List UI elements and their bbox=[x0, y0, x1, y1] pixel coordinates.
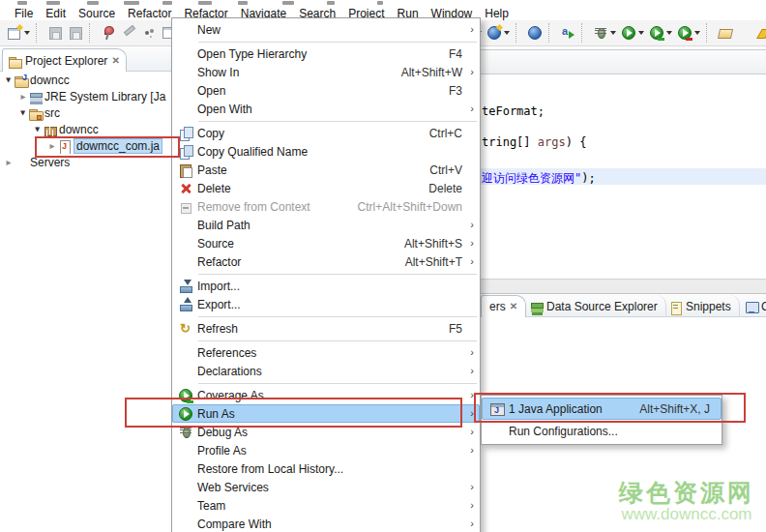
menu-item-remove-from-context[interactable]: Remove from ContextCtrl+Alt+Shift+Down bbox=[172, 197, 480, 216]
tree-item-label: downcc bbox=[59, 123, 99, 136]
menu-item-open[interactable]: OpenF3 bbox=[172, 81, 480, 100]
menu-item-shortcut: Alt+Shift+T bbox=[405, 255, 462, 269]
collapse-arrow-icon[interactable]: ▸ bbox=[33, 125, 43, 134]
menu-item-new[interactable]: New› bbox=[172, 20, 480, 39]
sparkle-icon-button[interactable] bbox=[140, 24, 158, 42]
coverage-red-icon-button[interactable] bbox=[676, 24, 701, 42]
code-token: teFormat; bbox=[482, 104, 545, 118]
menu-item-coverage-as[interactable]: Coverage As› bbox=[172, 386, 480, 404]
source-folder-icon bbox=[28, 106, 42, 120]
coverage-icon bbox=[649, 25, 664, 41]
run-icon-button[interactable] bbox=[620, 24, 645, 42]
menubar-item-edit-1[interactable]: Edit bbox=[45, 7, 66, 20]
menu-item-export-[interactable]: Export... bbox=[172, 295, 480, 313]
menu-item-show-in[interactable]: Show InAlt+Shift+W› bbox=[172, 63, 480, 81]
tree-item-label: downcc bbox=[30, 74, 70, 87]
collapse-arrow-icon[interactable]: ▸ bbox=[18, 108, 28, 118]
tree-item-servers[interactable]: ▸Servers bbox=[0, 154, 176, 170]
titlebar-sliver bbox=[0, 0, 766, 7]
tree-item-src[interactable]: ▸src bbox=[0, 104, 176, 121]
menu-item-paste[interactable]: PasteCtrl+V bbox=[172, 161, 480, 179]
submenu-item-run-configurations-[interactable]: Run Configurations... bbox=[482, 420, 722, 442]
titlebar-fragment bbox=[124, 1, 139, 5]
menu-item-shortcut: F3 bbox=[449, 84, 462, 98]
menu-item-restore-from-local-history-[interactable]: Restore from Local History... bbox=[172, 459, 480, 478]
menu-item-web-services[interactable]: Web Services› bbox=[172, 478, 480, 496]
menu-item-run-as[interactable]: Run As› bbox=[172, 404, 480, 423]
menu-item-references[interactable]: References› bbox=[172, 343, 480, 362]
menubar-item-source-2[interactable]: Source bbox=[78, 7, 115, 20]
menu-item-profile-as[interactable]: Profile As› bbox=[172, 441, 480, 459]
tab-data-source-explorer[interactable]: Data Source Explorer bbox=[521, 295, 666, 317]
submenu-arrow-icon: › bbox=[470, 346, 474, 358]
coverage-icon-button[interactable] bbox=[648, 24, 673, 42]
submenu-arrow-icon: › bbox=[470, 481, 474, 492]
code-token: 迎访问绿色资源网" bbox=[482, 171, 581, 185]
tree-item-dowmcc-com-ja[interactable]: ▸Jdowmcc_com.ja bbox=[0, 137, 176, 154]
save-icon bbox=[47, 25, 63, 41]
web-service-icon-button[interactable] bbox=[486, 24, 511, 42]
debug-flower-icon-button[interactable] bbox=[592, 24, 617, 42]
menu-item-source[interactable]: SourceAlt+Shift+S› bbox=[172, 234, 480, 252]
expand-arrow-icon[interactable]: ▸ bbox=[47, 141, 57, 151]
tab-snippets[interactable]: Snippets bbox=[661, 295, 740, 317]
lightning-icon-button[interactable] bbox=[757, 24, 766, 42]
menu-item-debug-as[interactable]: Debug As› bbox=[172, 423, 480, 441]
menu-item-refactor[interactable]: RefactorAlt+Shift+T› bbox=[172, 252, 480, 271]
collapse-arrow-icon[interactable]: ▸ bbox=[4, 75, 14, 85]
run-icon bbox=[621, 25, 636, 41]
pin-icon-button[interactable] bbox=[100, 24, 117, 42]
open-folder-icon bbox=[718, 25, 733, 41]
save-icon-button[interactable] bbox=[46, 24, 64, 42]
chevron-down-icon bbox=[694, 31, 700, 35]
project-explorer-tab-label: Project Explorer bbox=[25, 54, 107, 68]
pen-icon-button[interactable] bbox=[120, 24, 137, 42]
bottom-tab-label: ers bbox=[489, 300, 506, 313]
menu-item-build-path[interactable]: Build Path› bbox=[172, 216, 480, 234]
expand-arrow-icon[interactable]: ▸ bbox=[4, 158, 14, 167]
menu-item-compare-with[interactable]: Compare With› bbox=[172, 515, 480, 532]
letters-icon-button[interactable] bbox=[559, 24, 576, 42]
new-wizard-icon-button[interactable] bbox=[6, 24, 31, 42]
menu-item-open-with[interactable]: Open With› bbox=[172, 100, 480, 118]
tab-cons[interactable]: Cons bbox=[736, 295, 766, 317]
tree-item-downcc[interactable]: ▸Jdowncc bbox=[0, 72, 176, 88]
menubar-item-help-10[interactable]: Help bbox=[485, 7, 509, 20]
open-folder-icon-button[interactable] bbox=[717, 24, 734, 42]
toolbar-separator bbox=[548, 23, 554, 43]
tree-item-downcc[interactable]: ▸downcc bbox=[0, 121, 176, 137]
menu-item-copy-qualified-name[interactable]: Copy Qualified Name bbox=[172, 142, 480, 161]
menu-item-refresh[interactable]: RefreshF5 bbox=[172, 319, 480, 338]
bottom-tab-label: Data Source Explorer bbox=[546, 300, 658, 313]
menu-item-icon-slot bbox=[174, 321, 197, 337]
close-icon[interactable]: ✕ bbox=[510, 302, 517, 311]
save-all-icon bbox=[68, 25, 83, 41]
menu-item-open-type-hierarchy[interactable]: Open Type HierarchyF4 bbox=[172, 44, 480, 63]
menubar-item-refactor-3[interactable]: Refactor bbox=[128, 7, 171, 20]
globe-icon-button[interactable] bbox=[526, 24, 544, 42]
menu-item-label: Remove from Context bbox=[197, 200, 358, 214]
menu-item-icon-slot bbox=[174, 199, 197, 215]
package-badge bbox=[37, 115, 42, 120]
tab-project-explorer[interactable]: Project Explorer ✕ bbox=[2, 48, 127, 72]
menubar-item-file-0[interactable]: File bbox=[15, 7, 33, 20]
expand-arrow-icon[interactable]: ▸ bbox=[18, 92, 28, 102]
menu-item-declarations[interactable]: Declarations› bbox=[172, 362, 480, 380]
submenu-arrow-icon: › bbox=[470, 23, 474, 35]
menu-item-import-[interactable]: Import... bbox=[172, 277, 480, 295]
toolbar-separator bbox=[516, 23, 521, 43]
menu-item-icon-slot bbox=[174, 388, 197, 403]
project-tree: ▸Jdowncc▸JRE System Library [Ja▸src▸down… bbox=[0, 72, 176, 170]
tab-ers[interactable]: ers✕ bbox=[481, 295, 526, 317]
folder-icon-button[interactable] bbox=[737, 24, 754, 42]
coverage-red-bar bbox=[686, 38, 692, 41]
menu-item-delete[interactable]: DeleteDelete bbox=[172, 179, 480, 197]
submenu-item-1-java-application[interactable]: J1 Java ApplicationAlt+Shift+X, J bbox=[482, 398, 722, 420]
menu-item-team[interactable]: Team› bbox=[172, 496, 480, 515]
save-all-icon-button[interactable] bbox=[67, 24, 84, 42]
menu-item-copy[interactable]: CopyCtrl+C bbox=[172, 124, 480, 142]
console-icon bbox=[744, 300, 757, 313]
project-explorer-icon bbox=[8, 54, 21, 68]
tree-item-jre-system-library-ja[interactable]: ▸JRE System Library [Ja bbox=[0, 88, 176, 104]
close-icon[interactable]: ✕ bbox=[111, 56, 119, 66]
